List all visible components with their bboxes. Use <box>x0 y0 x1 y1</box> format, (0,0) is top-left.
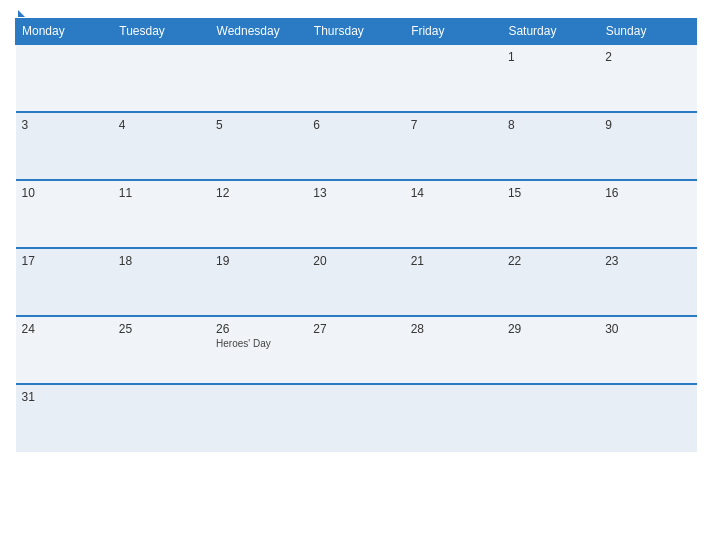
weekday-header-sunday: Sunday <box>599 19 696 45</box>
day-number: 4 <box>119 118 204 132</box>
day-cell: 9 <box>599 112 696 180</box>
day-number: 18 <box>119 254 204 268</box>
day-number: 29 <box>508 322 593 336</box>
day-cell <box>16 44 113 112</box>
day-cell: 19 <box>210 248 307 316</box>
day-number: 6 <box>313 118 398 132</box>
calendar-grid: MondayTuesdayWednesdayThursdayFridaySatu… <box>15 18 697 452</box>
day-cell: 21 <box>405 248 502 316</box>
day-number: 11 <box>119 186 204 200</box>
week-row-4: 17181920212223 <box>16 248 697 316</box>
day-number: 24 <box>22 322 107 336</box>
day-cell <box>113 44 210 112</box>
day-cell <box>502 384 599 452</box>
day-cell: 18 <box>113 248 210 316</box>
day-number: 27 <box>313 322 398 336</box>
weekday-header-monday: Monday <box>16 19 113 45</box>
day-number: 3 <box>22 118 107 132</box>
day-cell: 24 <box>16 316 113 384</box>
day-cell: 31 <box>16 384 113 452</box>
day-cell <box>210 384 307 452</box>
weekday-header-row: MondayTuesdayWednesdayThursdayFridaySatu… <box>16 19 697 45</box>
day-number: 26 <box>216 322 301 336</box>
week-row-2: 3456789 <box>16 112 697 180</box>
day-cell: 6 <box>307 112 404 180</box>
weekday-header-wednesday: Wednesday <box>210 19 307 45</box>
day-number: 8 <box>508 118 593 132</box>
weekday-header-friday: Friday <box>405 19 502 45</box>
day-cell: 27 <box>307 316 404 384</box>
day-cell <box>210 44 307 112</box>
day-cell <box>405 384 502 452</box>
day-cell <box>599 384 696 452</box>
day-cell <box>405 44 502 112</box>
day-number: 14 <box>411 186 496 200</box>
day-cell: 4 <box>113 112 210 180</box>
weekday-header-tuesday: Tuesday <box>113 19 210 45</box>
week-row-6: 31 <box>16 384 697 452</box>
day-number: 17 <box>22 254 107 268</box>
week-row-5: 242526Heroes' Day27282930 <box>16 316 697 384</box>
day-cell: 16 <box>599 180 696 248</box>
day-cell: 1 <box>502 44 599 112</box>
day-number: 10 <box>22 186 107 200</box>
day-cell <box>307 44 404 112</box>
day-cell: 23 <box>599 248 696 316</box>
day-cell: 28 <box>405 316 502 384</box>
day-cell: 3 <box>16 112 113 180</box>
week-row-1: 12 <box>16 44 697 112</box>
weekday-header-thursday: Thursday <box>307 19 404 45</box>
day-number: 15 <box>508 186 593 200</box>
day-number: 22 <box>508 254 593 268</box>
day-cell: 15 <box>502 180 599 248</box>
day-cell: 13 <box>307 180 404 248</box>
day-cell: 14 <box>405 180 502 248</box>
day-cell: 2 <box>599 44 696 112</box>
day-cell: 11 <box>113 180 210 248</box>
day-number: 28 <box>411 322 496 336</box>
day-number: 2 <box>605 50 690 64</box>
day-cell: 30 <box>599 316 696 384</box>
day-number: 21 <box>411 254 496 268</box>
day-cell: 26Heroes' Day <box>210 316 307 384</box>
day-number: 25 <box>119 322 204 336</box>
day-number: 9 <box>605 118 690 132</box>
day-cell: 17 <box>16 248 113 316</box>
day-cell: 12 <box>210 180 307 248</box>
day-number: 30 <box>605 322 690 336</box>
day-cell: 10 <box>16 180 113 248</box>
day-number: 7 <box>411 118 496 132</box>
weekday-header-saturday: Saturday <box>502 19 599 45</box>
day-cell: 5 <box>210 112 307 180</box>
day-cell: 22 <box>502 248 599 316</box>
day-number: 20 <box>313 254 398 268</box>
day-cell: 20 <box>307 248 404 316</box>
day-number: 5 <box>216 118 301 132</box>
day-cell: 25 <box>113 316 210 384</box>
day-number: 16 <box>605 186 690 200</box>
day-number: 31 <box>22 390 107 404</box>
day-cell <box>113 384 210 452</box>
week-row-3: 10111213141516 <box>16 180 697 248</box>
day-cell: 7 <box>405 112 502 180</box>
day-number: 23 <box>605 254 690 268</box>
day-cell: 8 <box>502 112 599 180</box>
day-number: 13 <box>313 186 398 200</box>
day-number: 1 <box>508 50 593 64</box>
day-cell <box>307 384 404 452</box>
logo <box>15 10 25 18</box>
logo-triangle-icon <box>18 10 25 17</box>
day-cell: 29 <box>502 316 599 384</box>
calendar-container: MondayTuesdayWednesdayThursdayFridaySatu… <box>0 0 712 550</box>
logo-blue-row <box>15 10 25 18</box>
day-number: 12 <box>216 186 301 200</box>
day-number: 19 <box>216 254 301 268</box>
day-event: Heroes' Day <box>216 338 301 349</box>
